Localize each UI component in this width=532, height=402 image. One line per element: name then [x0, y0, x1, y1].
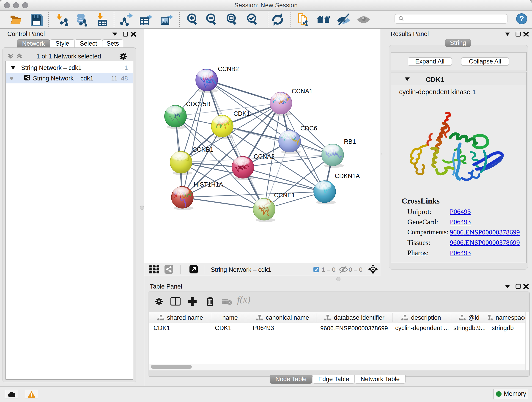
svg-text:?: ?	[519, 14, 524, 23]
svg-text:CCNE1: CCNE1	[274, 192, 295, 199]
svg-text:CCNB2: CCNB2	[218, 65, 239, 72]
svg-text:RB1: RB1	[344, 138, 356, 145]
svg-text:CCNB1: CCNB1	[192, 146, 214, 153]
svg-text:CDC25B: CDC25B	[186, 101, 210, 108]
svg-text:HIST1H1A: HIST1H1A	[194, 181, 223, 188]
svg-text:CCNA1: CCNA1	[292, 88, 313, 95]
svg-text:CDC6: CDC6	[300, 125, 317, 132]
svg-text:CDKN1A: CDKN1A	[335, 172, 360, 179]
svg-text:CDK1: CDK1	[234, 110, 250, 117]
svg-text:CCNA2: CCNA2	[254, 153, 275, 160]
